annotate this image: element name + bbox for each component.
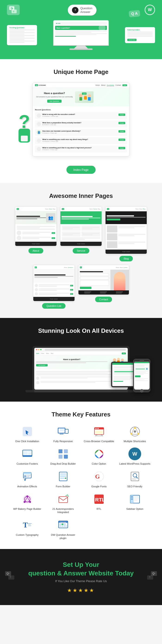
svg-rect-8 <box>84 96 87 100</box>
q-title-1: What is wrong with the executive content… <box>42 114 117 115</box>
recent-questions-label: Recent Questions <box>35 109 127 111</box>
feature-wpbakery: WP Bakery Page Builder <box>11 493 43 514</box>
service-footer-text: Footer Content <box>77 243 85 244</box>
blog-nav: Home About Blog <box>136 208 145 210</box>
svg-rect-42 <box>28 453 31 454</box>
svg-rect-79 <box>131 498 133 498</box>
dw-plugin-label: DW Question Answer plugin <box>47 533 79 540</box>
feature-autoresponders: 21 Autoresponders Integrated <box>47 493 79 514</box>
q-answer-btn-4[interactable]: Answer <box>119 138 125 141</box>
feature-cross-browser: Cross-Browser Compatible <box>83 425 115 443</box>
inner-pages-section: Awesome Inner Pages Q Home About Blog <box>0 183 162 318</box>
service-footer: Footer Content <box>60 242 102 246</box>
feature-typography: T Custom Typography <box>11 519 43 540</box>
svg-point-71 <box>29 501 31 503</box>
q-meta-5: 3 Answers • 4 hours ago <box>42 149 117 150</box>
index-page-button[interactable]: Index Page <box>66 166 96 174</box>
svg-point-37 <box>134 430 136 433</box>
qlist-logo: Q <box>35 267 37 268</box>
feature-responsive: Fully Responsive <box>47 425 79 443</box>
feature-seo: SEO Friendly <box>119 470 151 488</box>
svg-rect-43 <box>59 449 62 453</box>
about-btn[interactable]: About <box>28 248 43 254</box>
preview-hero-area: Have a question? Get answers to your que… <box>33 88 129 106</box>
preview-logo: Q & Answer <box>35 84 46 86</box>
q-answer-btn-3[interactable]: Answer <box>119 130 125 132</box>
hero-section: Q A ? ? Question Answer W Trending Quest… <box>0 0 162 59</box>
question-list-btn[interactable]: Question List <box>42 303 65 309</box>
typography-icon: T <box>21 519 33 532</box>
cross-browser-label: Cross-Browser Compatible <box>84 440 114 443</box>
qa-float-badge: Q A <box>129 10 140 18</box>
hero-content: Trending Questions Have a question? <box>7 20 155 50</box>
svg-text:A: A <box>12 8 13 9</box>
feature-shortcodes: Multiple Shortcodes <box>119 425 151 443</box>
left-card-line-3 <box>9 32 35 33</box>
svg-rect-97 <box>66 525 67 527</box>
animation-icon <box>21 470 33 483</box>
qlist-hero <box>33 270 75 282</box>
q-title-2: What does a preparation library actually… <box>42 122 117 124</box>
q-answer-btn-2[interactable]: Answer <box>119 122 125 124</box>
google-fonts-icon: G <box>93 470 105 483</box>
hero-center-monitor: Have a question? <box>53 20 109 50</box>
devices-title: Stunning Look On All Devices <box>11 327 151 334</box>
question-list-preview: Q Home Questions <box>33 265 75 301</box>
svg-rect-45 <box>59 455 62 458</box>
contact-page-item: Q Home About Contact <box>78 265 129 309</box>
svg-rect-29 <box>95 430 103 434</box>
google-fonts-label: Google Fonts <box>91 485 106 488</box>
wordpress-label: Latest WordPress Supports <box>119 462 150 465</box>
q-meta-1: 12 Answers • 3 hours ago <box>42 116 117 117</box>
q-answer-btn-1[interactable]: Answer <box>119 114 125 116</box>
svg-text:A: A <box>154 572 156 574</box>
service-btn[interactable]: Service <box>73 248 90 254</box>
contact-btn[interactable]: Contact <box>95 296 112 302</box>
home-preview-card: Q & Answer Home About Questions Contact … <box>32 82 130 156</box>
service-nav: Home Service Blog <box>90 208 100 210</box>
svg-rect-95 <box>62 525 63 527</box>
nav-ask-btn[interactable]: Ask <box>122 84 127 86</box>
cta-subtitle: If You Like Our Theme Please Rate Us <box>9 579 153 583</box>
blog-hero <box>106 211 147 224</box>
cta-section: Q A ? Set Up Your question & Answer Webs… <box>0 549 162 605</box>
monitor-base <box>69 48 93 50</box>
blog-content <box>106 224 147 250</box>
contact-footer <box>78 290 129 294</box>
preview-ask-btn[interactable]: Ask Question <box>47 100 62 103</box>
monitor-question-bar: Have a question? <box>55 26 107 30</box>
svg-text:A: A <box>8 572 10 574</box>
q-answer-btn-5[interactable]: Answer <box>119 147 125 149</box>
blog-btn[interactable]: Blog <box>119 256 133 262</box>
svg-text:G: G <box>95 473 100 480</box>
about-nav: Home About Blog <box>45 208 55 210</box>
left-card-line-8 <box>9 39 24 40</box>
service-header: Q Home Service Blog <box>60 207 102 211</box>
logo-icon-text: ? <box>75 9 76 11</box>
svg-point-13 <box>113 358 116 362</box>
unique-home-title: Unique Home Page <box>11 68 151 76</box>
blog-page-item: Q Home About Blog <box>105 206 147 262</box>
cross-browser-icon <box>93 425 105 438</box>
inner-pages-grid-row1: Q Home About Blog 👥 <box>11 206 151 262</box>
left-card-line-1 <box>9 30 35 30</box>
svg-text:?: ? <box>149 576 151 579</box>
footers-label: Customize Footers <box>16 462 38 465</box>
about-footer: Footer Content <box>15 242 56 246</box>
svg-rect-6 <box>79 97 82 100</box>
service-logo: Q <box>62 208 64 210</box>
svg-rect-50 <box>23 472 31 474</box>
wordpress-feature-icon: W <box>129 448 141 460</box>
svg-text:Q&A: Q&A <box>83 93 86 94</box>
header-dot <box>56 23 57 24</box>
header-dot-2 <box>58 23 59 24</box>
header-dot-3 <box>59 23 60 24</box>
svg-rect-81 <box>134 496 139 498</box>
left-card-line-10 <box>9 42 24 43</box>
shortcodes-label: Multiple Shortcodes <box>124 440 146 443</box>
feature-footers: Customize Footers <box>11 448 43 465</box>
blog-logo: Q <box>107 208 109 210</box>
q-meta-2: 8 Answers • 1 day ago <box>42 124 117 125</box>
footers-icon <box>21 448 33 460</box>
blog-header: Q Home About Blog <box>106 207 147 211</box>
